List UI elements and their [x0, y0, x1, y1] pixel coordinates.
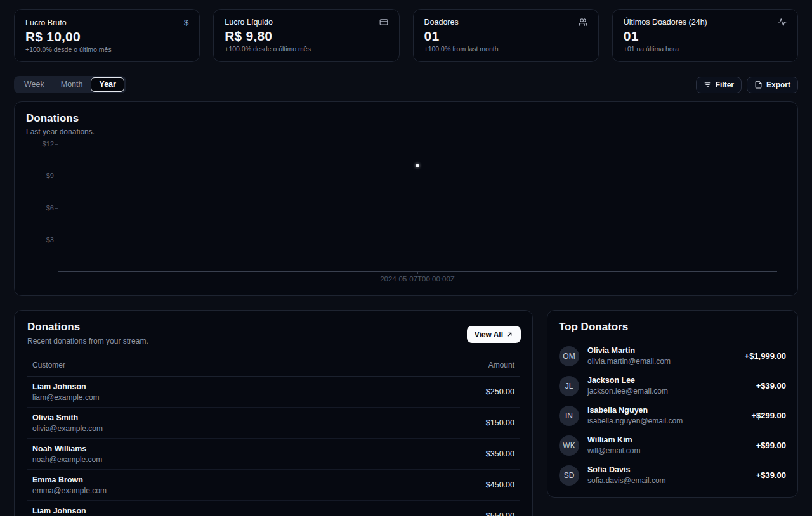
list-item[interactable]: WK William Kim will@email.com +$99.00	[559, 435, 786, 456]
customer-name: Liam Johnson	[32, 506, 100, 515]
dollar-icon: $	[184, 18, 188, 27]
customer-email: noah@example.com	[32, 455, 102, 464]
list-item[interactable]: JL Jackson Lee jackson.lee@email.com +$3…	[559, 375, 786, 396]
stat-card-header: Lucro Bruto $	[25, 18, 188, 27]
stat-value: R$ 10,00	[25, 29, 188, 44]
users-icon	[579, 18, 587, 27]
list-item[interactable]: IN Isabella Nguyen isabella.nguyen@email…	[559, 405, 786, 426]
customer-cell: Liam Johnson liam@example.com	[32, 382, 100, 402]
donator-email: olivia.martin@email.com	[587, 357, 745, 366]
chart-y-axis	[58, 144, 58, 271]
table-row[interactable]: Emma Brown emma@example.com $450.00	[27, 470, 520, 501]
table-row[interactable]: Liam Johnson liam@example.com $250.00	[27, 377, 520, 408]
stat-subtext: +100.0% from last month	[424, 45, 587, 53]
column-customer: Customer	[32, 361, 65, 370]
list-item[interactable]: SD Sofia Davis sofia.davis@email.com +$3…	[559, 465, 786, 486]
x-axis-tick	[417, 271, 418, 274]
stat-label: Lucro Líquido	[225, 18, 273, 27]
y-axis-tick	[55, 240, 58, 240]
x-axis-tick-label: 2024-05-07T00:00:00Z	[380, 275, 455, 283]
toolbar: Week Month Year Filter Export	[14, 76, 798, 93]
donator-name: Sofia Davis	[587, 465, 756, 474]
amount-cell: $450.00	[486, 481, 514, 489]
donator-email: isabella.nguyen@email.com	[587, 416, 751, 425]
donator-email: will@email.com	[587, 446, 756, 455]
donations-subtitle: Recent donations from your stream.	[27, 337, 520, 345]
donator-info: Jackson Lee jackson.lee@email.com	[587, 376, 756, 396]
table-header: Customer Amount	[27, 361, 520, 377]
y-axis-tick-label: $12	[25, 140, 54, 148]
stat-card-header: Doadores	[424, 18, 587, 27]
period-tab[interactable]: Week	[16, 77, 53, 92]
stat-subtext: +100.0% desde o último mês	[25, 46, 188, 53]
donator-info: William Kim will@email.com	[587, 435, 756, 455]
customer-email: emma@example.com	[32, 486, 107, 495]
stat-card-header: Últimos Doadores (24h)	[624, 18, 787, 27]
y-axis-tick-label: $6	[25, 204, 54, 212]
y-axis-tick-label: $9	[25, 172, 54, 179]
y-axis-tick	[55, 176, 58, 176]
arrow-up-right-icon	[506, 331, 513, 338]
avatar: OM	[559, 346, 579, 366]
stat-card: Últimos Doadores (24h) 01 +01 na última …	[612, 9, 798, 62]
chart-data-point[interactable]	[416, 164, 419, 167]
period-tab[interactable]: Month	[53, 77, 91, 92]
list-item[interactable]: OM Olivia Martin olivia.martin@email.com…	[559, 345, 786, 366]
column-amount: Amount	[488, 361, 514, 370]
stat-label: Lucro Bruto	[25, 18, 67, 27]
stat-label: Últimos Doadores (24h)	[624, 18, 707, 27]
donator-list: OM Olivia Martin olivia.martin@email.com…	[559, 345, 786, 486]
top-donators-title: Top Donators	[559, 321, 786, 333]
donations-chart-card: Donations Last year donations. $12$9$6$3…	[14, 101, 798, 296]
stat-value: 01	[424, 29, 587, 44]
donator-amount: +$1,999.00	[745, 351, 786, 361]
donations-table: Customer Amount Liam Johnson liam@exampl…	[27, 361, 520, 516]
activity-icon	[778, 18, 787, 27]
donator-info: Isabella Nguyen isabella.nguyen@email.co…	[587, 406, 751, 425]
amount-cell: $250.00	[486, 387, 514, 396]
view-all-button[interactable]: View All	[467, 326, 521, 343]
stat-card: Lucro Líquido R$ 9,80 +100.0% desde o úl…	[213, 9, 399, 62]
donator-amount: +$99.00	[756, 441, 786, 450]
stat-card-header: Lucro Líquido	[225, 18, 388, 27]
customer-name: Noah Williams	[32, 444, 102, 453]
file-icon	[754, 81, 763, 89]
y-axis-tick	[55, 144, 58, 145]
customer-email: olivia@example.com	[32, 424, 103, 433]
avatar: JL	[559, 376, 579, 396]
customer-name: Liam Johnson	[32, 382, 100, 391]
y-axis-tick	[55, 208, 58, 209]
table-row[interactable]: Olivia Smith olivia@example.com $150.00	[27, 408, 520, 439]
donator-amount: +$39.00	[756, 381, 786, 390]
customer-name: Olivia Smith	[32, 413, 103, 422]
table-row[interactable]: Noah Williams noah@example.com $350.00	[27, 439, 520, 470]
donator-amount: +$39.00	[756, 470, 786, 480]
export-button[interactable]: Export	[747, 77, 798, 93]
avatar: WK	[559, 435, 579, 456]
amount-cell: $550.00	[486, 512, 514, 516]
dashboard-page: { "stats": [ { "label": "Lucro Bruto", "…	[0, 0, 812, 516]
top-donators-card: Top Donators OM Olivia Martin olivia.mar…	[547, 310, 798, 498]
filter-button[interactable]: Filter	[696, 77, 742, 93]
customer-cell: Noah Williams noah@example.com	[32, 444, 102, 464]
donator-name: William Kim	[587, 435, 756, 444]
filter-button-label: Filter	[716, 81, 734, 89]
recent-donations-card: Donations Recent donations from your str…	[14, 310, 533, 516]
stat-value: 01	[624, 29, 787, 44]
stat-card: Doadores 01 +100.0% from last month	[413, 9, 599, 62]
avatar: IN	[559, 406, 579, 426]
donator-name: Olivia Martin	[587, 346, 745, 355]
stat-card: Lucro Bruto $ R$ 10,00 +100.0% desde o ú…	[14, 9, 200, 62]
table-row[interactable]: Liam Johnson liam@example.com $550.00	[27, 501, 520, 516]
export-button-label: Export	[766, 81, 790, 89]
amount-cell: $150.00	[486, 418, 514, 427]
stat-value: R$ 9,80	[225, 29, 388, 44]
customer-cell: Liam Johnson liam@example.com	[32, 506, 100, 516]
donator-email: jackson.lee@email.com	[587, 387, 756, 396]
customer-cell: Olivia Smith olivia@example.com	[32, 413, 103, 433]
period-tab[interactable]: Year	[91, 77, 124, 92]
donator-name: Jackson Lee	[587, 376, 756, 385]
period-tabs: Week Month Year	[14, 76, 126, 93]
donator-name: Isabella Nguyen	[587, 406, 751, 415]
customer-cell: Emma Brown emma@example.com	[32, 475, 107, 495]
